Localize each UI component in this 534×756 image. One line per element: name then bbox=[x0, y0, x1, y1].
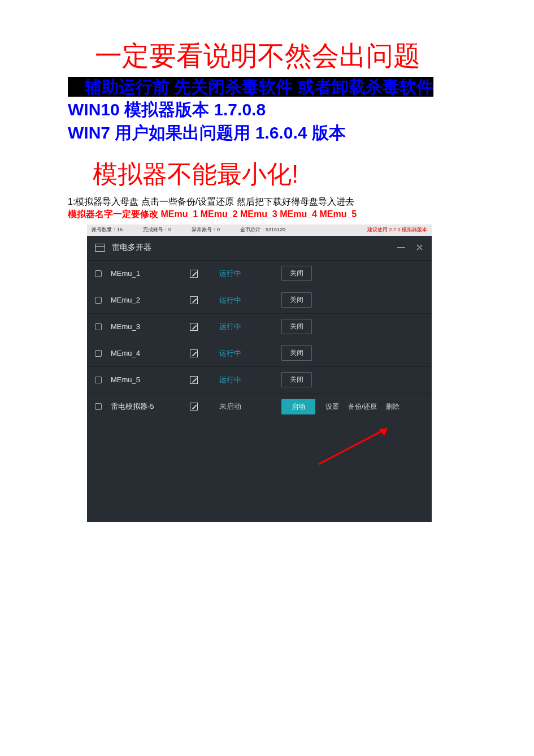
stat-done: 完成账号：0 bbox=[143, 226, 171, 234]
vm-name-label: MEmu_5 bbox=[111, 375, 190, 384]
close-button[interactable]: 关闭 bbox=[281, 372, 312, 387]
edit-icon[interactable] bbox=[190, 403, 198, 411]
vm-status: 运行中 bbox=[219, 348, 281, 358]
close-button[interactable]: 关闭 bbox=[281, 319, 312, 334]
antivirus-warning-block: 辅助运行前 先关闭杀毒软件 或者卸载杀毒软件 bbox=[68, 76, 466, 99]
edit-icon[interactable] bbox=[190, 323, 198, 331]
vm-checkbox[interactable] bbox=[95, 297, 102, 304]
step-1-text: 1:模拟器导入母盘 点击一些备份/设置还原 然后把下载好得母盘导入进去 bbox=[68, 196, 466, 208]
vm-status: 运行中 bbox=[219, 375, 281, 385]
vm-checkbox[interactable] bbox=[95, 350, 102, 357]
win7-version-line: WIN7 用户如果出问题用 1.6.0.4 版本 bbox=[68, 122, 466, 145]
app-window-icon bbox=[95, 244, 105, 252]
antivirus-warning-text: 辅助运行前 先关闭杀毒软件 或者卸载杀毒软件 bbox=[85, 77, 433, 96]
vm-extra-actions: 设置备份/还原删除 bbox=[325, 402, 400, 412]
main-warning-heading: 一定要看说明不然会出问题 bbox=[68, 40, 466, 72]
vm-checkbox[interactable] bbox=[95, 403, 102, 410]
vm-row: 雷电模拟器-5未启动启动设置备份/还原删除 bbox=[87, 394, 432, 420]
no-minimize-heading: 模拟器不能最小化! bbox=[68, 158, 466, 191]
empty-area bbox=[87, 420, 432, 522]
emulator-manager-screenshot: 账号数量：16 完成账号：0 异常账号：0 金币总计：5215120 建议使用 … bbox=[87, 224, 432, 522]
stat-gold: 金币总计：5215120 bbox=[240, 226, 285, 234]
vm-status: 运行中 bbox=[219, 269, 281, 279]
vm-status: 运行中 bbox=[219, 295, 281, 305]
vm-row: MEmu_5运行中关闭 bbox=[87, 367, 432, 394]
vm-checkbox[interactable] bbox=[95, 323, 102, 330]
app-titlebar: 雷电多开器 ✕ bbox=[87, 236, 432, 261]
minimize-icon[interactable] bbox=[397, 247, 405, 248]
edit-icon[interactable] bbox=[190, 296, 198, 304]
svg-marker-1 bbox=[379, 428, 388, 436]
vm-name-label: MEmu_3 bbox=[111, 322, 190, 331]
delete-link[interactable]: 删除 bbox=[386, 402, 400, 412]
close-button[interactable]: 关闭 bbox=[281, 292, 312, 308]
vm-status: 未启动 bbox=[219, 401, 281, 412]
svg-line-0 bbox=[319, 429, 385, 464]
app-title: 雷电多开器 bbox=[112, 243, 151, 253]
close-icon[interactable]: ✕ bbox=[415, 243, 424, 253]
vm-name-label: MEmu_4 bbox=[111, 349, 190, 357]
win10-version-line: WIN10 模拟器版本 1.7.0.8 bbox=[68, 98, 466, 122]
vm-row: MEmu_1运行中关闭 bbox=[87, 261, 432, 287]
vm-name-label: MEmu_2 bbox=[111, 296, 190, 304]
backup-link[interactable]: 备份/还原 bbox=[348, 402, 377, 412]
stat-error: 异常账号：0 bbox=[192, 226, 220, 234]
settings-link[interactable]: 设置 bbox=[325, 402, 339, 412]
stats-topbar: 账号数量：16 完成账号：0 异常账号：0 金币总计：5215120 建议使用 … bbox=[87, 224, 432, 236]
vm-name-label: MEmu_1 bbox=[111, 269, 190, 278]
stat-tip: 建议使用 2.7.0 模拟器版本 bbox=[367, 226, 427, 234]
edit-icon[interactable] bbox=[190, 349, 198, 357]
vm-checkbox[interactable] bbox=[95, 270, 102, 277]
close-button[interactable]: 关闭 bbox=[281, 345, 312, 361]
vm-row: MEmu_3运行中关闭 bbox=[87, 314, 432, 340]
close-button[interactable]: 关闭 bbox=[281, 266, 312, 281]
edit-icon[interactable] bbox=[190, 376, 198, 384]
vm-row: MEmu_4运行中关闭 bbox=[87, 340, 432, 367]
annotation-arrow bbox=[313, 426, 392, 466]
vm-row: MEmu_2运行中关闭 bbox=[87, 287, 432, 314]
vm-name-label: 雷电模拟器-5 bbox=[111, 401, 190, 412]
stat-accounts: 账号数量：16 bbox=[92, 226, 123, 234]
vm-status: 运行中 bbox=[219, 322, 281, 332]
rename-warning-text: 模拟器名字一定要修改 MEmu_1 MEmu_2 MEmu_3 MEmu_4 M… bbox=[68, 208, 466, 221]
vm-checkbox[interactable] bbox=[95, 377, 102, 383]
start-button[interactable]: 启动 bbox=[281, 399, 315, 414]
edit-icon[interactable] bbox=[190, 270, 198, 278]
